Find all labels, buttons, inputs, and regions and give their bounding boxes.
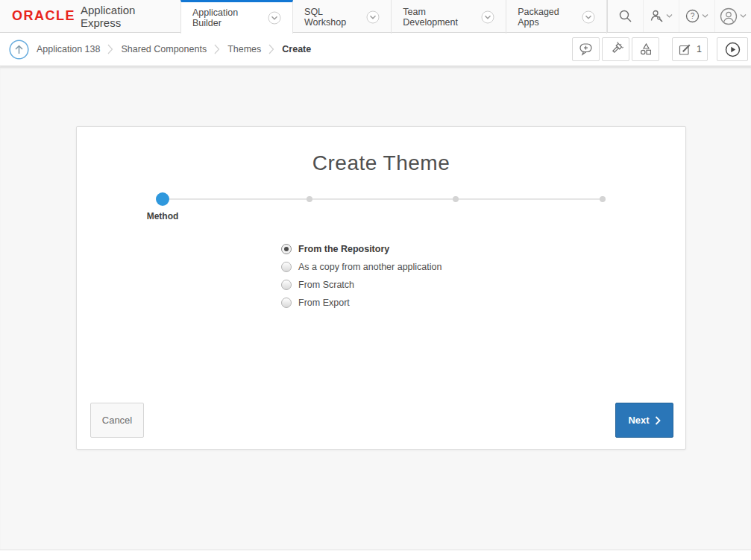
breadcrumb-separator-icon [107,44,113,54]
help-menu-button[interactable]: ? [679,0,715,32]
chevron-down-icon [666,13,673,19]
chevron-down-circle-icon[interactable] [582,10,595,24]
radio-option-from-scratch[interactable]: From Scratch [281,276,442,294]
tab-label: Packaged Apps [518,7,575,28]
play-circle-icon [725,42,741,57]
radio-option-copy-from-application[interactable]: As a copy from another application [281,258,442,276]
radio-option-label: From Scratch [298,280,354,290]
tab-application-builder[interactable]: Application Builder [180,0,293,34]
search-icon [618,9,632,23]
top-navigation-bar: ORACLE Application Express Application B… [0,0,751,33]
cancel-button[interactable]: Cancel [90,403,144,438]
apex-product-text: Application Express [81,4,167,29]
next-button[interactable]: Next [615,403,673,438]
radio-option-label: From the Repository [298,244,389,254]
radio-button-icon[interactable] [281,244,292,254]
search-button[interactable] [608,0,644,32]
chevron-down-circle-icon[interactable] [268,11,281,25]
tab-label: Application Builder [192,7,261,28]
shared-components-button[interactable] [632,37,659,61]
progress-step-dot-3 [453,196,459,202]
user-account-icon [720,7,738,25]
wizard-title: Create Theme [77,151,685,175]
next-button-label: Next [628,415,649,426]
breadcrumb-bar: Application 138 Shared Components Themes… [0,33,751,66]
footer-copyright: Copyright © 1999, 2015, Oracle. All righ… [0,554,751,560]
progress-step-label: Method [147,211,179,221]
run-page-button[interactable] [717,37,748,61]
shapes-icon [638,42,653,57]
radio-option-label: From Export [298,298,350,308]
radio-option-from-repository[interactable]: From the Repository [281,240,442,258]
top-utility-icons: ? [607,0,751,32]
progress-step-dot-2 [307,196,312,202]
radio-button-icon[interactable] [281,298,292,308]
page-action-buttons: 1 [570,37,751,61]
page-content-region: Create Theme Method From the Repository … [0,67,751,560]
breadcrumb-shared-components[interactable]: Shared Components [121,44,207,54]
progress-line [163,198,603,200]
breadcrumb-separator-icon [268,44,274,54]
oracle-apex-logo[interactable]: ORACLE Application Express [0,0,180,32]
breadcrumb-themes[interactable]: Themes [227,44,261,54]
progress-step-dot-method [156,192,169,206]
feedback-bubble-plus-icon [579,42,594,57]
radio-button-icon[interactable] [281,280,292,290]
main-tabs: Application Builder SQL Workshop Team De… [180,0,607,32]
admin-user-wrench-icon [650,9,664,23]
edit-page-number: 1 [697,44,702,54]
breadcrumb-application-138[interactable]: Application 138 [37,44,100,54]
up-arrow-circle-icon [9,40,29,60]
administration-menu-button[interactable] [644,0,679,32]
feedback-button[interactable] [572,37,600,61]
help-icon: ? [685,9,700,23]
advisor-button[interactable] [602,37,629,61]
breadcrumb: Application 138 Shared Components Themes… [37,44,311,54]
chevron-down-icon [740,13,747,19]
create-theme-wizard-card: Create Theme Method From the Repository … [76,126,686,450]
navigate-up-button[interactable] [9,40,29,60]
tab-label: SQL Workshop [304,7,359,28]
edit-pencil-icon [678,43,692,57]
tab-sql-workshop[interactable]: SQL Workshop [293,0,392,34]
method-radio-group: From the Repository As a copy from anoth… [281,240,442,312]
tab-packaged-apps[interactable]: Packaged Apps [506,0,607,34]
flashlight-icon [609,42,623,57]
chevron-right-icon [655,416,661,425]
radio-button-icon[interactable] [281,262,292,272]
tab-team-development[interactable]: Team Development [392,0,506,34]
page-footer: tim tim en Copyright © 1999, 2015, Oracl… [0,550,751,560]
edit-page-button[interactable]: 1 [672,37,708,61]
tab-label: Team Development [403,7,474,28]
breadcrumb-separator-icon [214,44,220,54]
oracle-brand-text: ORACLE [12,8,75,24]
progress-step-dot-4 [600,196,606,202]
chevron-down-icon [702,13,708,19]
breadcrumb-create: Create [282,44,311,54]
cancel-button-label: Cancel [102,415,132,426]
radio-option-label: As a copy from another application [298,262,442,272]
radio-option-from-export[interactable]: From Export [281,294,442,312]
account-menu-button[interactable] [715,0,751,32]
chevron-down-circle-icon[interactable] [366,10,380,24]
svg-text:?: ? [691,12,695,20]
chevron-down-circle-icon[interactable] [481,10,494,24]
